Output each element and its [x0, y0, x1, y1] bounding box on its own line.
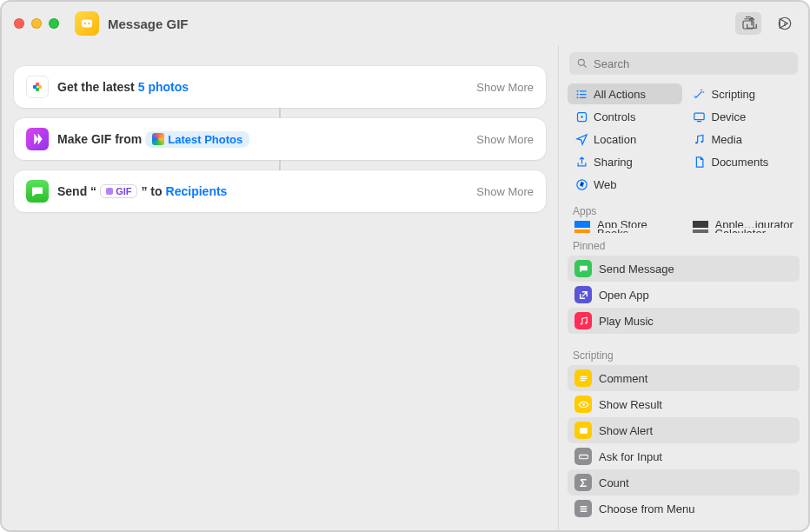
- category-label: Media: [712, 133, 742, 146]
- search-icon: [576, 57, 588, 70]
- apps-grid: App StoreApple…iguratorBooksCalculator: [559, 219, 808, 233]
- app-icon: [693, 221, 708, 228]
- device-icon: [693, 110, 707, 123]
- action-label: Send Message: [599, 263, 674, 276]
- show-more-button[interactable]: Show More: [476, 81, 534, 94]
- action-row[interactable]: Open App: [568, 282, 800, 308]
- info-button[interactable]: [772, 12, 798, 35]
- action-row[interactable]: Choose from Menu: [568, 495, 800, 522]
- action-variable-token[interactable]: Latest Photos: [145, 131, 249, 148]
- category-media[interactable]: Media: [686, 129, 800, 150]
- svg-point-21: [582, 403, 585, 406]
- category-label: All Actions: [594, 88, 646, 101]
- messages-icon: [26, 180, 49, 203]
- app-window: Message GIF Get the latest5 photosShow M…: [0, 0, 810, 532]
- show-more-button[interactable]: Show More: [476, 185, 534, 198]
- action-card[interactable]: Send “GIF” toRecipientsShow More: [14, 170, 546, 212]
- square-dot-icon: [574, 110, 588, 123]
- category-device[interactable]: Device: [686, 106, 800, 127]
- category-all-actions[interactable]: All Actions: [568, 83, 682, 104]
- sigma-icon: [574, 474, 592, 491]
- photos-icon: [26, 76, 49, 98]
- search-input[interactable]: [594, 57, 791, 70]
- action-card[interactable]: Make GIF fromLatest PhotosShow More: [14, 118, 546, 160]
- eye-icon: [574, 396, 592, 413]
- library-sidebar: All ActionsScriptingControlsDeviceLocati…: [558, 45, 808, 530]
- action-label: Choose from Menu: [599, 502, 695, 515]
- action-parameter[interactable]: Recipients: [166, 184, 228, 198]
- category-label: Controls: [594, 110, 635, 123]
- svg-point-14: [581, 116, 583, 118]
- pinned-list: Send MessageOpen AppPlay Music: [559, 254, 808, 342]
- category-grid: All ActionsScriptingControlsDeviceLocati…: [559, 80, 808, 198]
- action-card[interactable]: Get the latest5 photosShow More: [14, 66, 546, 108]
- pinned-header: Pinned: [559, 233, 808, 254]
- action-row[interactable]: Play Music: [568, 308, 800, 334]
- action-parameter[interactable]: 5 photos: [138, 80, 189, 94]
- scripting-header: Scripting: [559, 342, 808, 363]
- category-controls[interactable]: Controls: [568, 106, 682, 127]
- category-label: Sharing: [594, 156, 633, 169]
- menu-icon: [574, 500, 592, 517]
- app-icon: [574, 221, 590, 228]
- action-label: Comment: [599, 372, 647, 385]
- action-title: Get the latest5 photos: [57, 80, 189, 94]
- svg-point-11: [576, 93, 578, 95]
- action-row[interactable]: Show Alert: [568, 417, 800, 443]
- library-button[interactable]: [735, 12, 761, 35]
- action-title: Send “GIF” toRecipients: [57, 184, 227, 198]
- svg-point-8: [33, 85, 37, 90]
- action-label: Count: [599, 476, 629, 489]
- window-controls: [14, 18, 59, 29]
- music-icon: [693, 132, 707, 146]
- input-icon: [574, 448, 592, 465]
- action-row[interactable]: Send Message: [568, 256, 800, 282]
- svg-rect-22: [580, 428, 588, 434]
- action-label: Show Alert: [599, 424, 653, 437]
- app-item[interactable]: Apple…igurator: [686, 221, 800, 228]
- action-row[interactable]: Ask for Input: [568, 443, 800, 469]
- bubble-icon: [574, 260, 592, 277]
- category-location[interactable]: Location: [568, 129, 682, 150]
- zoom-window-button[interactable]: [49, 18, 59, 29]
- open-icon: [574, 286, 592, 303]
- category-label: Web: [594, 178, 617, 191]
- svg-point-19: [580, 323, 581, 324]
- svg-rect-23: [579, 455, 588, 458]
- action-label: Open App: [599, 289, 649, 302]
- svg-point-20: [585, 322, 587, 323]
- shortcut-icon: [75, 11, 99, 36]
- category-scripting[interactable]: Scripting: [686, 83, 800, 104]
- gif-variable-token[interactable]: GIF: [100, 184, 137, 198]
- action-label: Play Music: [599, 315, 654, 328]
- action-row[interactable]: Count: [568, 469, 800, 495]
- category-label: Location: [594, 133, 636, 146]
- category-sharing[interactable]: Sharing: [568, 151, 682, 172]
- category-label: Device: [712, 110, 747, 123]
- music-icon: [574, 312, 592, 329]
- wand-icon: [693, 87, 707, 101]
- show-more-button[interactable]: Show More: [476, 133, 534, 146]
- search-field[interactable]: [569, 52, 798, 75]
- action-label: Show Result: [599, 398, 662, 411]
- window-title: Message GIF: [108, 17, 189, 31]
- close-window-button[interactable]: [14, 18, 24, 29]
- workflow-editor[interactable]: Get the latest5 photosShow MoreMake GIF …: [2, 45, 558, 530]
- action-row[interactable]: Show Result: [568, 391, 800, 417]
- action-label: Ask for Input: [599, 450, 662, 463]
- category-label: Scripting: [712, 88, 756, 101]
- action-row[interactable]: Comment: [568, 365, 800, 391]
- shortcuts-icon: [26, 128, 49, 150]
- minimize-window-button[interactable]: [31, 18, 42, 29]
- apps-header: Apps: [559, 198, 808, 219]
- category-label: Documents: [712, 156, 769, 169]
- nav-icon: [574, 132, 588, 146]
- lines-icon: [574, 369, 592, 387]
- svg-point-10: [576, 90, 578, 91]
- list-icon: [574, 87, 588, 101]
- category-documents[interactable]: Documents: [686, 151, 800, 172]
- scripting-list: CommentShow ResultShow AlertAsk for Inpu…: [559, 363, 808, 530]
- app-item[interactable]: App Store: [568, 221, 682, 228]
- category-web[interactable]: Web: [568, 174, 682, 195]
- action-connector: [279, 108, 281, 118]
